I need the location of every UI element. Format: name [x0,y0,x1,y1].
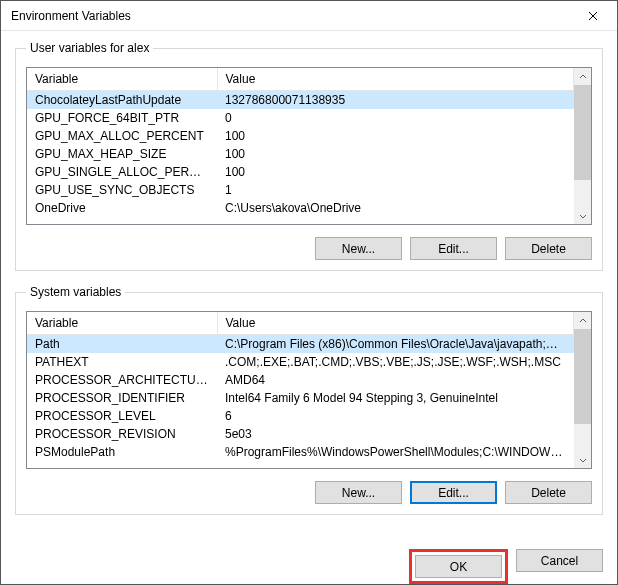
variable-name-cell: GPU_FORCE_64BIT_PTR [27,109,217,127]
table-row[interactable]: GPU_MAX_HEAP_SIZE100 [27,145,574,163]
user-delete-button[interactable]: Delete [505,237,592,260]
chevron-up-icon [579,317,587,325]
variable-value-cell: Intel64 Family 6 Model 94 Stepping 3, Ge… [217,389,574,407]
scroll-down-button[interactable] [574,451,591,468]
variable-value-cell: 1 [217,181,574,199]
table-row[interactable]: PathC:\Program Files (x86)\Common Files\… [27,335,574,354]
system-new-button[interactable]: New... [315,481,402,504]
variable-name-cell: GPU_USE_SYNC_OBJECTS [27,181,217,199]
variable-value-cell: C:\Users\akova\OneDrive [217,199,574,217]
table-row[interactable]: ChocolateyLastPathUpdate1327868000711389… [27,91,574,110]
chevron-down-icon [579,456,587,464]
system-variables-legend: System variables [26,285,125,299]
table-row[interactable]: GPU_SINGLE_ALLOC_PERCE...100 [27,163,574,181]
scroll-thumb[interactable] [574,85,591,180]
user-variables-table[interactable]: Variable Value ChocolateyLastPathUpdate1… [27,68,574,217]
system-buttons-row: New... Edit... Delete [26,469,592,504]
scroll-track[interactable] [574,329,591,451]
table-row[interactable]: PROCESSOR_LEVEL6 [27,407,574,425]
variable-value-cell: 0 [217,109,574,127]
user-buttons-row: New... Edit... Delete [26,225,592,260]
variable-value-cell: AMD64 [217,371,574,389]
user-scrollbar[interactable] [574,68,591,224]
table-row[interactable]: GPU_USE_SYNC_OBJECTS1 [27,181,574,199]
chevron-up-icon [579,73,587,81]
variable-value-cell: 100 [217,145,574,163]
table-row[interactable]: PROCESSOR_REVISION5e03 [27,425,574,443]
user-variables-table-wrap: Variable Value ChocolateyLastPathUpdate1… [26,67,592,225]
ok-button[interactable]: OK [415,555,502,578]
window-title: Environment Variables [11,9,570,23]
table-row[interactable]: PROCESSOR_ARCHITECTUREAMD64 [27,371,574,389]
variable-name-cell: PROCESSOR_ARCHITECTURE [27,371,217,389]
table-row[interactable]: PATHEXT.COM;.EXE;.BAT;.CMD;.VBS;.VBE;.JS… [27,353,574,371]
variable-name-cell: Path [27,335,217,354]
variable-value-cell: C:\Program Files (x86)\Common Files\Orac… [217,335,574,354]
dialog-buttons-row: OK Cancel [1,543,617,584]
variable-value-cell: 100 [217,127,574,145]
close-icon [588,11,598,21]
table-row[interactable]: PROCESSOR_IDENTIFIERIntel64 Family 6 Mod… [27,389,574,407]
variable-value-cell: 6 [217,407,574,425]
system-delete-button[interactable]: Delete [505,481,592,504]
variable-name-cell: GPU_MAX_HEAP_SIZE [27,145,217,163]
column-header-value[interactable]: Value [217,312,574,335]
chevron-down-icon [579,212,587,220]
scroll-down-button[interactable] [574,207,591,224]
variable-name-cell: PSModulePath [27,443,217,461]
variable-value-cell: 100 [217,163,574,181]
table-row[interactable]: GPU_FORCE_64BIT_PTR0 [27,109,574,127]
table-row[interactable]: PSModulePath%ProgramFiles%\WindowsPowerS… [27,443,574,461]
user-edit-button[interactable]: Edit... [410,237,497,260]
user-new-button[interactable]: New... [315,237,402,260]
variable-name-cell: GPU_SINGLE_ALLOC_PERCE... [27,163,217,181]
column-header-variable[interactable]: Variable [27,312,217,335]
system-scrollbar[interactable] [574,312,591,468]
ok-highlight: OK [409,549,508,584]
system-edit-button[interactable]: Edit... [410,481,497,504]
close-button[interactable] [570,1,615,30]
user-variables-legend: User variables for alex [26,41,153,55]
variable-name-cell: PROCESSOR_LEVEL [27,407,217,425]
cancel-button[interactable]: Cancel [516,549,603,572]
variable-value-cell: 5e03 [217,425,574,443]
variable-name-cell: GPU_MAX_ALLOC_PERCENT [27,127,217,145]
system-variables-table-wrap: Variable Value PathC:\Program Files (x86… [26,311,592,469]
scroll-up-button[interactable] [574,312,591,329]
scroll-up-button[interactable] [574,68,591,85]
system-variables-table[interactable]: Variable Value PathC:\Program Files (x86… [27,312,574,461]
variable-name-cell: PROCESSOR_IDENTIFIER [27,389,217,407]
dialog-content: User variables for alex Variable Value C… [1,31,617,543]
table-row[interactable]: OneDriveC:\Users\akova\OneDrive [27,199,574,217]
user-variables-group: User variables for alex Variable Value C… [15,41,603,271]
titlebar: Environment Variables [1,1,617,31]
variable-value-cell: %ProgramFiles%\WindowsPowerShell\Modules… [217,443,574,461]
variable-value-cell: .COM;.EXE;.BAT;.CMD;.VBS;.VBE;.JS;.JSE;.… [217,353,574,371]
table-row[interactable]: GPU_MAX_ALLOC_PERCENT100 [27,127,574,145]
variable-name-cell: ChocolateyLastPathUpdate [27,91,217,110]
variable-name-cell: PATHEXT [27,353,217,371]
scroll-thumb[interactable] [574,329,591,424]
variable-name-cell: OneDrive [27,199,217,217]
scroll-track[interactable] [574,85,591,207]
column-header-value[interactable]: Value [217,68,574,91]
variable-value-cell: 132786800071138935 [217,91,574,110]
column-header-variable[interactable]: Variable [27,68,217,91]
system-variables-group: System variables Variable Value PathC:\P… [15,285,603,515]
variable-name-cell: PROCESSOR_REVISION [27,425,217,443]
